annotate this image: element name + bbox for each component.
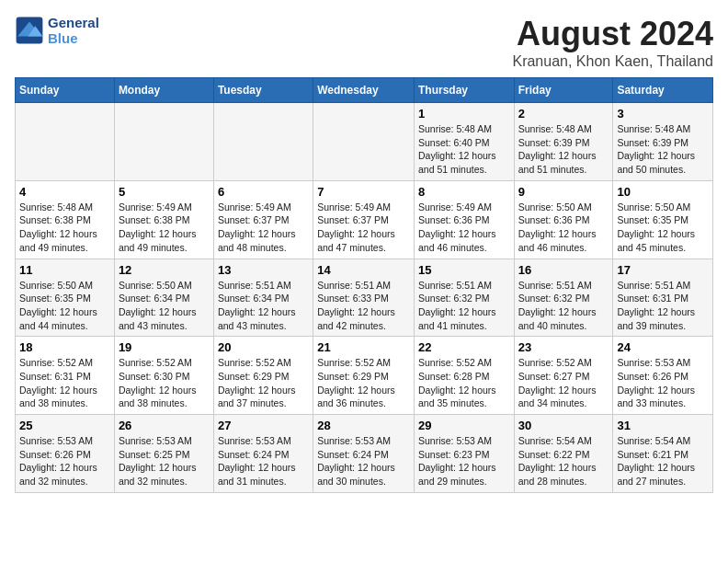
day-info: Sunrise: 5:52 AM Sunset: 6:30 PM Dayligh… xyxy=(119,356,210,410)
calendar-cell: 30Sunrise: 5:54 AM Sunset: 6:22 PM Dayli… xyxy=(514,415,613,493)
day-number: 29 xyxy=(418,419,510,432)
calendar-cell: 28Sunrise: 5:53 AM Sunset: 6:24 PM Dayli… xyxy=(313,415,415,493)
calendar-cell: 31Sunrise: 5:54 AM Sunset: 6:21 PM Dayli… xyxy=(613,415,713,493)
calendar-cell xyxy=(114,103,213,181)
day-info: Sunrise: 5:49 AM Sunset: 6:37 PM Dayligh… xyxy=(218,201,309,255)
day-number: 14 xyxy=(317,263,410,277)
day-number: 26 xyxy=(119,419,210,432)
day-info: Sunrise: 5:53 AM Sunset: 6:23 PM Dayligh… xyxy=(418,434,510,488)
calendar-cell: 6Sunrise: 5:49 AM Sunset: 6:37 PM Daylig… xyxy=(213,180,313,259)
calendar-cell: 4Sunrise: 5:48 AM Sunset: 6:38 PM Daylig… xyxy=(16,180,115,259)
day-info: Sunrise: 5:49 AM Sunset: 6:36 PM Dayligh… xyxy=(418,201,510,255)
day-info: Sunrise: 5:52 AM Sunset: 6:29 PM Dayligh… xyxy=(218,356,309,410)
day-info: Sunrise: 5:51 AM Sunset: 6:34 PM Dayligh… xyxy=(218,279,309,333)
calendar-cell xyxy=(313,103,415,181)
day-number: 16 xyxy=(518,263,609,277)
day-info: Sunrise: 5:53 AM Sunset: 6:24 PM Dayligh… xyxy=(317,434,410,488)
logo-text: General Blue xyxy=(48,15,99,46)
day-info: Sunrise: 5:53 AM Sunset: 6:26 PM Dayligh… xyxy=(617,356,709,410)
calendar-cell: 17Sunrise: 5:51 AM Sunset: 6:31 PM Dayli… xyxy=(613,259,713,337)
calendar-cell: 13Sunrise: 5:51 AM Sunset: 6:34 PM Dayli… xyxy=(213,259,313,337)
day-number: 5 xyxy=(119,185,210,199)
day-info: Sunrise: 5:54 AM Sunset: 6:21 PM Dayligh… xyxy=(617,434,709,488)
calendar-cell: 2Sunrise: 5:48 AM Sunset: 6:39 PM Daylig… xyxy=(514,103,613,181)
calendar-week-row: 1Sunrise: 5:48 AM Sunset: 6:40 PM Daylig… xyxy=(16,103,713,181)
calendar-week-row: 25Sunrise: 5:53 AM Sunset: 6:26 PM Dayli… xyxy=(16,415,713,493)
calendar-cell: 23Sunrise: 5:52 AM Sunset: 6:27 PM Dayli… xyxy=(514,337,613,415)
calendar-cell: 3Sunrise: 5:48 AM Sunset: 6:39 PM Daylig… xyxy=(613,103,713,181)
day-number: 24 xyxy=(617,340,709,354)
calendar-cell: 27Sunrise: 5:53 AM Sunset: 6:24 PM Dayli… xyxy=(213,415,313,493)
day-number: 18 xyxy=(19,340,110,354)
day-number: 28 xyxy=(317,419,410,432)
calendar-cell: 9Sunrise: 5:50 AM Sunset: 6:36 PM Daylig… xyxy=(514,180,613,259)
calendar-cell: 5Sunrise: 5:49 AM Sunset: 6:38 PM Daylig… xyxy=(114,180,213,259)
day-number: 6 xyxy=(218,185,309,199)
calendar-cell: 19Sunrise: 5:52 AM Sunset: 6:30 PM Dayli… xyxy=(114,337,213,415)
weekday-header: Monday xyxy=(114,78,213,103)
day-info: Sunrise: 5:50 AM Sunset: 6:35 PM Dayligh… xyxy=(19,279,110,333)
calendar-cell: 1Sunrise: 5:48 AM Sunset: 6:40 PM Daylig… xyxy=(414,103,514,181)
calendar-cell: 12Sunrise: 5:50 AM Sunset: 6:34 PM Dayli… xyxy=(114,259,213,337)
day-info: Sunrise: 5:53 AM Sunset: 6:26 PM Dayligh… xyxy=(19,434,110,488)
main-title: August 2024 xyxy=(512,15,713,53)
day-info: Sunrise: 5:50 AM Sunset: 6:34 PM Dayligh… xyxy=(119,279,210,333)
day-info: Sunrise: 5:51 AM Sunset: 6:31 PM Dayligh… xyxy=(617,279,709,333)
day-number: 3 xyxy=(617,107,709,121)
calendar-cell: 22Sunrise: 5:52 AM Sunset: 6:28 PM Dayli… xyxy=(414,337,514,415)
day-number: 30 xyxy=(518,419,609,432)
day-info: Sunrise: 5:52 AM Sunset: 6:28 PM Dayligh… xyxy=(418,356,510,410)
day-number: 10 xyxy=(617,185,709,199)
calendar-header: SundayMondayTuesdayWednesdayThursdayFrid… xyxy=(16,78,713,103)
weekday-header: Friday xyxy=(514,78,613,103)
day-info: Sunrise: 5:48 AM Sunset: 6:40 PM Dayligh… xyxy=(418,122,510,177)
day-info: Sunrise: 5:52 AM Sunset: 6:29 PM Dayligh… xyxy=(317,356,410,410)
calendar-cell xyxy=(16,103,115,181)
day-info: Sunrise: 5:49 AM Sunset: 6:38 PM Dayligh… xyxy=(119,201,210,255)
calendar-cell: 10Sunrise: 5:50 AM Sunset: 6:35 PM Dayli… xyxy=(613,180,713,259)
calendar-cell: 15Sunrise: 5:51 AM Sunset: 6:32 PM Dayli… xyxy=(414,259,514,337)
calendar-cell: 14Sunrise: 5:51 AM Sunset: 6:33 PM Dayli… xyxy=(313,259,415,337)
day-number: 15 xyxy=(418,263,510,277)
calendar-table: SundayMondayTuesdayWednesdayThursdayFrid… xyxy=(15,77,713,493)
day-number: 19 xyxy=(119,340,210,354)
day-number: 12 xyxy=(119,263,210,277)
day-number: 21 xyxy=(317,340,410,354)
day-info: Sunrise: 5:48 AM Sunset: 6:39 PM Dayligh… xyxy=(518,122,609,177)
day-number: 31 xyxy=(617,419,709,432)
logo-icon xyxy=(15,16,44,45)
calendar-cell: 21Sunrise: 5:52 AM Sunset: 6:29 PM Dayli… xyxy=(313,337,415,415)
calendar-week-row: 18Sunrise: 5:52 AM Sunset: 6:31 PM Dayli… xyxy=(16,337,713,415)
weekday-header: Sunday xyxy=(16,78,115,103)
day-number: 2 xyxy=(518,107,609,121)
calendar-cell: 11Sunrise: 5:50 AM Sunset: 6:35 PM Dayli… xyxy=(16,259,115,337)
calendar-cell: 8Sunrise: 5:49 AM Sunset: 6:36 PM Daylig… xyxy=(414,180,514,259)
day-info: Sunrise: 5:52 AM Sunset: 6:27 PM Dayligh… xyxy=(518,356,609,410)
day-number: 25 xyxy=(19,419,110,432)
day-number: 27 xyxy=(218,419,309,432)
title-area: August 2024 Kranuan, Khon Kaen, Thailand xyxy=(512,15,713,70)
day-info: Sunrise: 5:50 AM Sunset: 6:36 PM Dayligh… xyxy=(518,201,609,255)
calendar-cell: 24Sunrise: 5:53 AM Sunset: 6:26 PM Dayli… xyxy=(613,337,713,415)
day-number: 13 xyxy=(218,263,309,277)
day-info: Sunrise: 5:53 AM Sunset: 6:25 PM Dayligh… xyxy=(119,434,210,488)
day-number: 17 xyxy=(617,263,709,277)
weekday-header: Tuesday xyxy=(213,78,313,103)
day-number: 4 xyxy=(19,185,110,199)
calendar-cell: 7Sunrise: 5:49 AM Sunset: 6:37 PM Daylig… xyxy=(313,180,415,259)
subtitle: Kranuan, Khon Kaen, Thailand xyxy=(512,53,713,70)
day-number: 22 xyxy=(418,340,510,354)
day-number: 8 xyxy=(418,185,510,199)
day-number: 7 xyxy=(317,185,410,199)
calendar-cell xyxy=(213,103,313,181)
day-info: Sunrise: 5:49 AM Sunset: 6:37 PM Dayligh… xyxy=(317,201,410,255)
page-header: General Blue August 2024 Kranuan, Khon K… xyxy=(15,15,713,70)
day-number: 20 xyxy=(218,340,309,354)
day-info: Sunrise: 5:48 AM Sunset: 6:39 PM Dayligh… xyxy=(617,122,709,177)
day-number: 11 xyxy=(19,263,110,277)
day-number: 1 xyxy=(418,107,510,121)
calendar-cell: 26Sunrise: 5:53 AM Sunset: 6:25 PM Dayli… xyxy=(114,415,213,493)
day-info: Sunrise: 5:52 AM Sunset: 6:31 PM Dayligh… xyxy=(19,356,110,410)
calendar-cell: 18Sunrise: 5:52 AM Sunset: 6:31 PM Dayli… xyxy=(16,337,115,415)
weekday-header: Wednesday xyxy=(313,78,415,103)
